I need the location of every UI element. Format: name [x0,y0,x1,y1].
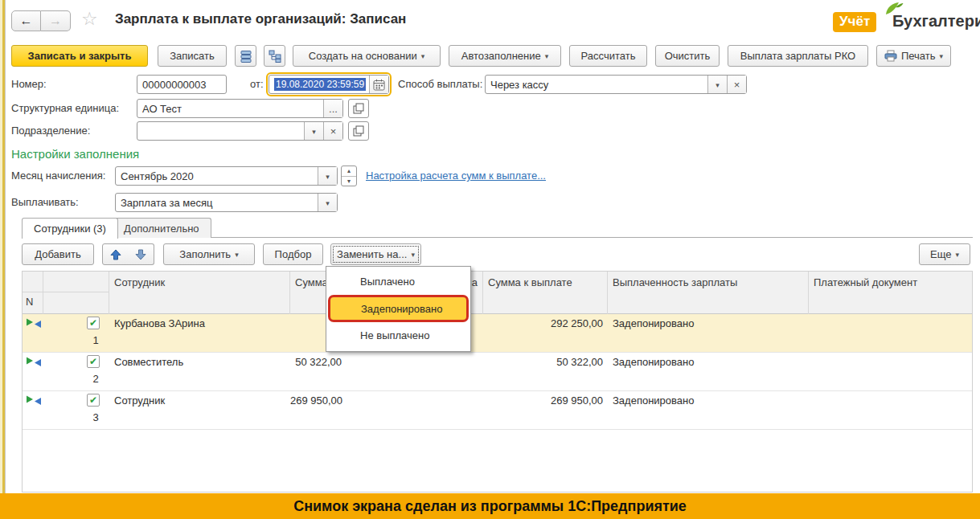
combo-arrow-button[interactable]: ▾ [318,167,337,185]
chevron-down-icon: ▾ [421,51,425,60]
page-title: Зарплата к выплате организаций: Записан [115,11,406,27]
menu-item-deposited[interactable]: Задепонировано [328,295,469,322]
tab-additional[interactable]: Дополнительно [112,218,211,238]
related-structure-button[interactable] [264,45,285,67]
arrow-up-icon [110,249,121,260]
combo-arrow-button[interactable]: ▾ [318,194,337,211]
tab-employees[interactable]: Сотрудники (3) [22,218,118,239]
calendar-button[interactable] [369,76,388,93]
back-button[interactable]: ← [11,10,41,31]
pay-what-combo[interactable]: Зарплата за месяц ▾ [115,193,338,212]
paid-status-cell: Задепонировано [613,317,694,329]
autofill-button[interactable]: Автозаполнение ▾ [449,45,561,67]
create-based-on-button[interactable]: Создать на основании ▾ [293,45,441,67]
column-header-icon [23,272,43,314]
column-header-sum-to-pay[interactable]: Сумма к выплате [483,272,608,314]
department-label: Подразделение: [11,121,90,141]
table-row[interactable]: ✔ 1 Курбанова ЗАрина 292 250,00 Задепони… [23,314,972,353]
menu-item-paid[interactable]: Выплачено [326,268,470,295]
row-checkbox[interactable]: ✔ [87,317,100,329]
move-up-button[interactable] [102,243,129,265]
save-button[interactable]: Записать [158,45,227,67]
column-header-employee[interactable]: Сотрудник [109,272,290,314]
row-state-icon [26,318,42,329]
save-and-close-button[interactable]: Записать и закрыть [11,45,148,67]
table-header: N Сотрудник Сумма ма Сумма к выплате Вып… [23,272,972,314]
employee-cell: Курбанова ЗАрина [114,317,205,329]
sum-cell: 269 950,00 [290,394,342,407]
column-header-n: N [26,296,33,308]
fill-settings-title: Настройки заполнения [11,147,139,161]
open-window-icon [353,125,364,137]
spin-up-icon[interactable]: ▴ [342,166,356,177]
screenshot-banner: Снимок экрана сделан из программы 1С:Пре… [0,493,980,519]
back-arrow-icon: ← [20,14,33,28]
row-state-icon [26,357,42,367]
open-unit-button[interactable] [348,99,369,118]
fill-button[interactable]: Заполнить ▾ [163,243,255,265]
employee-cell: Совместитель [114,356,183,368]
employees-table: N Сотрудник Сумма ма Сумма к выплате Вып… [22,271,973,492]
brand-logo-name: Бухгалтерия [892,12,980,31]
check-icon: ✔ [89,317,97,329]
open-department-button[interactable] [348,121,369,141]
accrual-month-combo[interactable]: Сентябрь 2020 ▾ [115,166,338,186]
month-spinner[interactable]: ▴ ▾ [341,166,357,186]
paid-status-cell: Задепонировано [613,356,694,368]
move-down-button[interactable] [128,243,154,265]
pay-method-combo[interactable]: Через кассу ▾ × [485,75,747,94]
employee-cell: Сотрудник [114,394,165,407]
number-field[interactable]: 00000000003 [137,75,227,94]
menu-item-not-paid[interactable]: Не выплачено [326,322,470,349]
row-checkbox[interactable]: ✔ [87,355,100,368]
chevron-down-icon: ▾ [716,80,720,89]
sum-to-pay-cell: 292 250,00 [483,317,603,329]
accrual-month-label: Месяц начисления: [11,166,105,186]
pick-button[interactable]: Подбор [263,243,323,265]
table-row[interactable]: ✔ 2 Совместитель 50 322,00 50 322,00 Зад… [23,353,972,391]
column-header-paid-status[interactable]: Выплаченность зарплаты [608,272,809,314]
date-field[interactable]: 19.08.2020 23:59:59 [269,75,389,94]
calculate-button[interactable]: Рассчитать [569,45,647,67]
row-state-icon [26,395,42,406]
chevron-down-icon: ▾ [411,250,415,259]
header-subdivider [23,292,109,292]
more-button[interactable]: Еще ▾ [919,243,970,265]
arrow-down-icon [135,249,146,260]
date-value-selected: 19.08.2020 23:59:59 [274,78,366,91]
column-header-checkbox [43,272,109,314]
structural-unit-label: Структурная единица: [11,99,119,118]
favorite-star-icon[interactable]: ☆ [81,8,98,30]
replace-with-button[interactable]: Заменить на... ▾ [330,243,421,265]
chevron-down-icon: ▾ [326,172,330,181]
document-movements-button[interactable] [235,45,256,67]
pay-what-label: Выплачивать: [11,193,79,212]
chevron-down-icon: ▾ [545,51,549,60]
print-button[interactable]: Печать ▾ [876,45,951,67]
choose-button[interactable]: ... [323,100,342,117]
check-icon: ✔ [89,394,97,406]
calendar-icon [373,79,385,91]
spin-down-icon[interactable]: ▾ [342,177,356,186]
structural-unit-field[interactable]: АО Тест ... [137,99,343,118]
table-row[interactable]: ✔ 3 Сотрудник 269 950,00 269 950,00 Заде… [23,391,972,430]
chevron-down-icon: ▾ [312,127,316,136]
add-row-button[interactable]: Добавить [22,243,94,265]
clear-value-button[interactable]: × [727,76,746,93]
clear-value-button[interactable]: × [323,122,342,140]
combo-arrow-button[interactable]: ▾ [304,122,323,140]
window-edge-strip [0,0,6,493]
row-number: 1 [90,334,101,346]
forward-button[interactable]: → [41,10,71,31]
chevron-down-icon: ▾ [940,51,944,60]
open-window-icon [353,103,364,114]
salary-payment-rko-button[interactable]: Выплата зарплаты РКО [728,45,868,67]
clear-button[interactable]: Очистить [655,45,720,67]
column-header-pay-doc[interactable]: Платежный документ [809,272,974,314]
department-combo[interactable]: ▾ × [137,121,343,141]
payout-calc-settings-link[interactable]: Настройка расчета сумм к выплате... [366,170,546,182]
close-icon: × [330,125,337,137]
row-checkbox[interactable]: ✔ [87,394,100,407]
combo-arrow-button[interactable]: ▾ [707,76,727,93]
brand-logo-tag: Учёт [833,12,876,32]
